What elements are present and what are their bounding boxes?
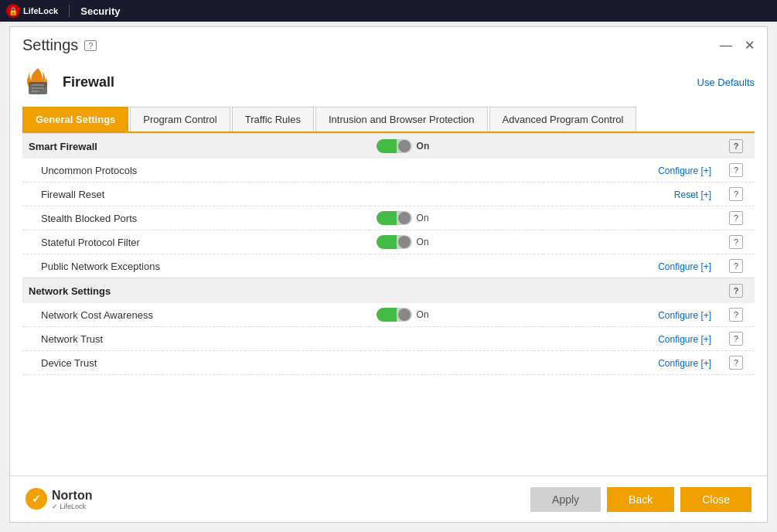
- help-reset: ?: [717, 182, 755, 206]
- row-stealth: Stealth Blocked Ports On ?: [22, 206, 755, 230]
- cost-toggle[interactable]: [377, 308, 412, 322]
- smart-firewall-toggle[interactable]: [377, 139, 412, 153]
- label-device: Device Trust: [22, 351, 370, 375]
- help-box-stealth[interactable]: ?: [729, 211, 743, 225]
- window-controls: — ✕: [720, 38, 755, 53]
- norton-logo: ✓ Norton ✓ LifeLock: [26, 488, 92, 511]
- tab-general[interactable]: General Settings: [22, 107, 128, 131]
- tab-intrusion[interactable]: Intrusion and Browser Protection: [315, 107, 488, 131]
- help-box-cost[interactable]: ?: [729, 308, 743, 322]
- smart-firewall-help: ?: [717, 134, 755, 159]
- check-symbol: ✓: [32, 493, 41, 505]
- row-trust: Network Trust Configure [+] ?: [22, 327, 755, 351]
- svg-rect-1: [32, 84, 44, 86]
- close-button[interactable]: ✕: [745, 38, 755, 53]
- label-reset: Firewall Reset: [22, 182, 370, 206]
- label-trust: Network Trust: [22, 327, 370, 351]
- configure-link-cost[interactable]: Configure [+]: [658, 310, 711, 321]
- help-box-reset[interactable]: ?: [729, 187, 743, 201]
- action-stateful: [544, 230, 717, 254]
- firewall-icon: [22, 66, 53, 97]
- smart-firewall-action: [544, 134, 717, 159]
- action-public: Configure [+]: [544, 254, 717, 278]
- content-area: Firewall Use Defaults General Settings P…: [10, 66, 767, 387]
- cost-toggle-label: On: [417, 309, 429, 320]
- help-uncommon: ?: [717, 159, 755, 182]
- action-reset: Reset [+]: [544, 182, 717, 206]
- window-title-bar: Settings ? — ✕: [10, 27, 767, 60]
- action-stealth: [544, 206, 717, 230]
- use-defaults-link[interactable]: Use Defaults: [697, 77, 755, 88]
- smart-firewall-toggle-cell: On: [370, 134, 544, 159]
- smart-firewall-help-box[interactable]: ?: [729, 139, 743, 153]
- svg-rect-2: [32, 87, 44, 89]
- label-uncommon: Uncommon Protocols: [22, 159, 370, 182]
- network-group-action: [544, 278, 717, 304]
- help-stateful: ?: [717, 230, 755, 254]
- row-firewall-reset: Firewall Reset Reset [+] ?: [22, 182, 755, 206]
- back-button[interactable]: Back: [607, 487, 674, 512]
- group-label-smart-firewall: Smart Firewall: [22, 134, 370, 159]
- main-window: Settings ? — ✕: [9, 26, 768, 523]
- section-title: Firewall: [63, 74, 114, 90]
- tab-program[interactable]: Program Control: [130, 107, 230, 131]
- help-box-trust[interactable]: ?: [729, 332, 743, 346]
- label-stateful: Stateful Protocol Filter: [22, 230, 370, 254]
- configure-link-uncommon[interactable]: Configure [+]: [658, 165, 711, 176]
- action-device: Configure [+]: [544, 351, 717, 375]
- help-box-network-group[interactable]: ?: [729, 284, 743, 298]
- toggle-cell-trust: [370, 327, 544, 351]
- title-bar: 🔒 LifeLock Security: [0, 0, 777, 22]
- lifelock-text: LifeLock: [23, 6, 58, 15]
- label-public: Public Network Exceptions: [22, 254, 370, 278]
- configure-link-trust[interactable]: Configure [+]: [658, 334, 711, 345]
- stealth-toggle-label: On: [417, 213, 429, 223]
- tab-traffic[interactable]: Traffic Rules: [232, 107, 314, 131]
- smart-firewall-toggle-label: On: [417, 141, 430, 152]
- stealth-toggle[interactable]: [377, 211, 412, 225]
- help-box-device[interactable]: ?: [729, 356, 743, 370]
- norton-text-wrap: Norton ✓ LifeLock: [52, 488, 92, 511]
- settings-help-badge[interactable]: ?: [84, 40, 97, 51]
- settings-title: Settings: [22, 36, 78, 54]
- tab-advanced[interactable]: Advanced Program Control: [489, 107, 637, 131]
- stateful-toggle-label: On: [417, 237, 429, 247]
- configure-link-public[interactable]: Configure [+]: [658, 261, 711, 272]
- action-trust: Configure [+]: [544, 327, 717, 351]
- group-smart-firewall: Smart Firewall On ?: [22, 134, 755, 159]
- apply-button[interactable]: Apply: [530, 487, 601, 512]
- footer-buttons: Apply Back Close: [530, 487, 751, 512]
- close-settings-button[interactable]: Close: [680, 487, 751, 512]
- toggle-cell-cost: On: [370, 303, 544, 327]
- network-group-toggle: [370, 278, 544, 304]
- help-box-uncommon[interactable]: ?: [729, 163, 743, 177]
- group-network-settings: Network Settings ?: [22, 278, 755, 304]
- toggle-cell-public: [370, 254, 544, 278]
- title-separator: [69, 5, 70, 17]
- lock-icon: 🔒: [6, 4, 20, 18]
- minimize-button[interactable]: —: [720, 39, 732, 53]
- cost-toggle-wrap: On: [377, 308, 538, 322]
- tabs-bar: General Settings Program Control Traffic…: [22, 107, 755, 133]
- help-box-stateful[interactable]: ?: [729, 235, 743, 249]
- label-stealth: Stealth Blocked Ports: [22, 206, 370, 230]
- toggle-cell-stateful: On: [370, 230, 544, 254]
- help-box-public[interactable]: ?: [729, 259, 743, 273]
- network-group-help: ?: [717, 278, 755, 304]
- row-stateful: Stateful Protocol Filter On ?: [22, 230, 755, 254]
- configure-link-device[interactable]: Configure [+]: [658, 358, 711, 369]
- row-public: Public Network Exceptions Configure [+] …: [22, 254, 755, 278]
- window-title-left: Settings ?: [22, 36, 97, 54]
- section-header-left: Firewall: [22, 66, 114, 97]
- row-cost: Network Cost Awareness On Configure [+]: [22, 303, 755, 327]
- toggle-cell-device: [370, 351, 544, 375]
- stateful-toggle[interactable]: [377, 235, 412, 249]
- group-label-network: Network Settings: [22, 278, 370, 304]
- stealth-toggle-wrap: On: [377, 211, 538, 225]
- action-cost: Configure [+]: [544, 303, 717, 327]
- stateful-toggle-wrap: On: [377, 235, 538, 249]
- title-bar-left: 🔒 LifeLock Security: [6, 4, 121, 18]
- reset-link[interactable]: Reset [+]: [674, 189, 711, 200]
- row-device: Device Trust Configure [+] ?: [22, 351, 755, 375]
- toggle-cell-stealth: On: [370, 206, 544, 230]
